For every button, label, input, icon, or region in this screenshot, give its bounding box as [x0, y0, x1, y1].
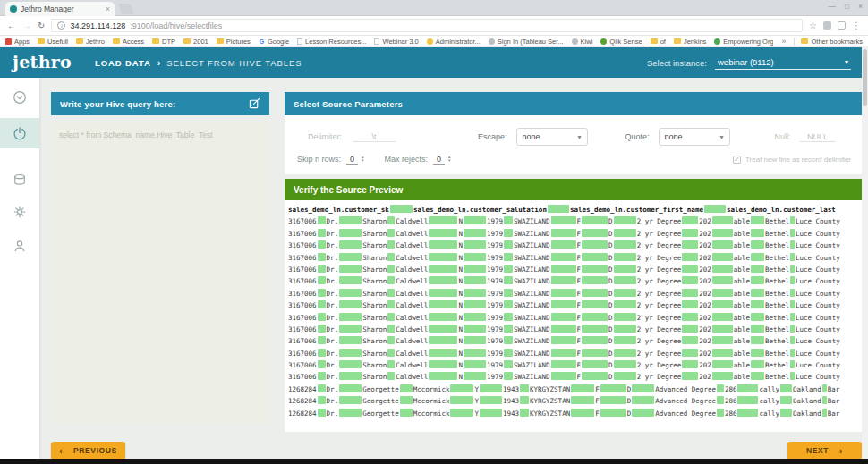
bookmark-item[interactable]: Pictures	[217, 38, 251, 46]
masked-cell	[429, 372, 457, 380]
previous-button[interactable]: ‹ PREVIOUS	[51, 442, 125, 460]
source-parameters-header: Select Source Parameters	[285, 92, 862, 115]
sidebar-item-database[interactable]	[0, 165, 39, 195]
menu-icon[interactable]: ⋮	[852, 21, 861, 30]
bookmark-item[interactable]: Administrator...	[427, 38, 481, 46]
cell-text: Dr.	[327, 385, 339, 393]
tab-close-icon[interactable]: ×	[106, 4, 110, 13]
cell-text: SWAZILAND	[514, 301, 550, 309]
masked-cell	[582, 276, 608, 284]
masked-cell	[339, 253, 362, 261]
masked-cell	[712, 360, 733, 368]
bookmark-item[interactable]: Jethro	[76, 38, 105, 46]
extension-icon[interactable]	[823, 21, 831, 30]
masked-cell	[614, 360, 636, 368]
masked-cell	[504, 289, 513, 297]
extension-icon[interactable]	[838, 21, 846, 30]
masked-cell	[318, 349, 326, 357]
masked-cell	[504, 300, 513, 308]
browser-tab[interactable]: Jethro Manager ×	[5, 2, 115, 16]
forward-icon[interactable]: →	[22, 21, 31, 30]
bookmark-label: Google	[268, 38, 289, 46]
window-maximize-icon[interactable]: □	[845, 2, 849, 11]
bookmark-item[interactable]: GGoogle	[259, 38, 289, 46]
bookmark-star-icon[interactable]: ☆	[809, 21, 817, 30]
new-tab-button[interactable]	[118, 4, 134, 14]
bookmark-item[interactable]: Apps	[5, 38, 30, 46]
stepper-down-icon[interactable]: ▼	[447, 159, 451, 163]
masked-cell	[614, 372, 636, 380]
breadcrumb-load-data[interactable]: LOAD DATA	[95, 58, 151, 68]
masked-cell	[520, 409, 529, 417]
max-rejects-stepper[interactable]: ▲ ▼	[447, 156, 451, 163]
quote-select[interactable]: none ▾	[659, 128, 730, 146]
masked-cell	[712, 349, 733, 357]
bookmark-item[interactable]: Kiwi	[572, 38, 593, 46]
cell-text: D	[627, 409, 632, 418]
other-bookmarks[interactable]: Other bookmarks	[794, 38, 863, 46]
newline-checkbox[interactable]: ✓	[733, 156, 741, 164]
bookmark-item[interactable]: DTP	[152, 38, 175, 46]
scrollbar-thumb[interactable]	[863, 49, 867, 106]
bookmark-item[interactable]: Lesson Resources...	[297, 38, 366, 46]
refresh-icon[interactable]: ↻	[38, 21, 45, 30]
masked-cell	[712, 336, 733, 344]
masked-cell	[318, 325, 326, 333]
next-button[interactable]: NEXT ›	[787, 442, 862, 460]
hive-query-input[interactable]	[51, 122, 269, 424]
bookmarks-overflow-icon[interactable]: »	[781, 37, 786, 46]
bookmark-item[interactable]: 2001	[183, 38, 208, 46]
masked-cell	[387, 325, 395, 333]
masked-cell	[790, 216, 795, 224]
masked-cell	[318, 313, 326, 321]
masked-cell	[551, 325, 576, 333]
page-info-icon[interactable]: i	[57, 21, 65, 30]
window-minimize-icon[interactable]: —	[828, 2, 836, 11]
edit-query-icon[interactable]	[249, 97, 260, 111]
address-bar[interactable]: i 34.291.114.128 :9100/load/hive/selectf…	[51, 19, 803, 32]
cell-text: Dr.	[327, 230, 339, 238]
max-rejects-value[interactable]: 0	[433, 155, 445, 165]
masked-cell	[429, 360, 457, 368]
sidebar-item-history[interactable]	[0, 82, 39, 113]
masked-cell	[387, 276, 395, 284]
bookmark-item[interactable]: Webinar 3.0	[374, 38, 418, 46]
bookmark-item[interactable]: Qlik Sense	[600, 38, 642, 46]
skip-rows-stepper[interactable]: ▲ ▼	[361, 156, 364, 163]
instance-selector: Select instance: webinar (9112) ▾	[647, 55, 851, 70]
masked-cell	[400, 409, 413, 417]
stepper-down-icon[interactable]: ▼	[361, 159, 364, 163]
scrollbar[interactable]	[862, 47, 868, 459]
cell-text: Caldwell	[396, 290, 428, 298]
bookmark-item[interactable]: Sign In (Tableau Ser...	[489, 38, 564, 46]
sidebar-item-settings[interactable]	[0, 197, 39, 227]
window-close-icon[interactable]: ×	[858, 2, 863, 11]
masked-cell	[339, 240, 362, 249]
bookmark-item[interactable]: Jenkins	[674, 38, 706, 46]
instance-select[interactable]: webinar (9112) ▾	[715, 55, 851, 70]
bookmark-item[interactable]: of	[651, 38, 666, 46]
cell-text: F	[577, 361, 582, 369]
sidebar-item-users[interactable]	[0, 231, 39, 261]
preview-table[interactable]: sales_demo_ln.customer_sksales_demo_ln.c…	[285, 200, 862, 432]
cell-text: Sharon	[362, 350, 387, 358]
bookmark-item[interactable]: Usefull	[38, 38, 68, 46]
chevron-down-icon: ▾	[845, 58, 848, 66]
favicon-icon	[10, 5, 17, 13]
cell-text: KYRGYZSTAN	[530, 409, 570, 418]
cell-text: 1943	[503, 385, 519, 393]
bookmark-item[interactable]: Access	[113, 38, 144, 46]
masked-cell	[464, 336, 486, 344]
bookmark-label: Empowering Organi...	[723, 38, 773, 46]
masked-cell	[464, 289, 486, 297]
masked-cell	[504, 325, 513, 333]
skip-rows-value[interactable]: 0	[346, 155, 358, 165]
escape-select[interactable]: none ▾	[516, 128, 588, 146]
cell-text: SWAZILAND	[514, 350, 550, 358]
sidebar-item-load-data[interactable]	[0, 118, 39, 148]
back-icon[interactable]: ←	[7, 21, 16, 30]
bookmark-item[interactable]: Empowering Organi...	[714, 38, 773, 46]
cell-text: 202	[699, 325, 711, 333]
cell-text: 202	[699, 241, 711, 249]
cell-text: 1979	[487, 254, 503, 262]
